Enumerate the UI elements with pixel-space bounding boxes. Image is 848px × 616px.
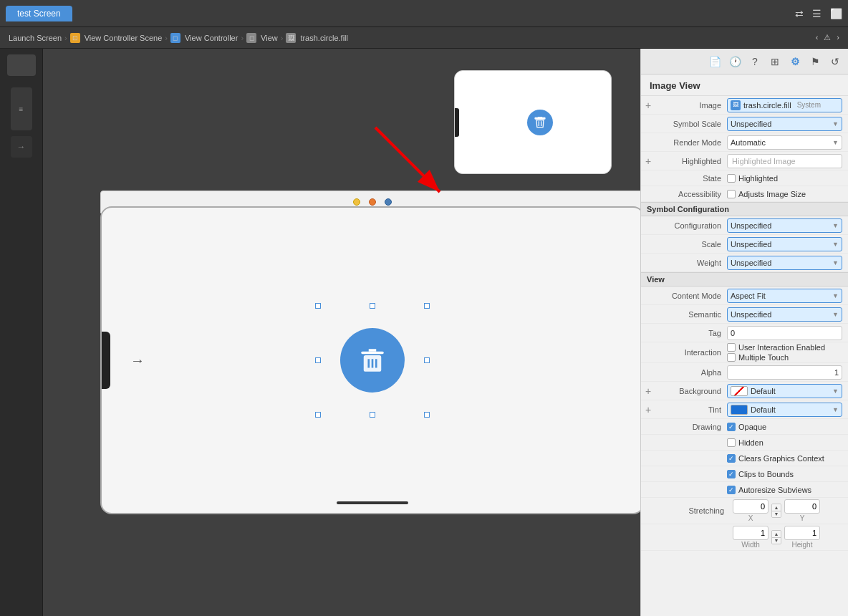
scale-dropdown[interactable]: Unspecified ▼ [727, 237, 842, 251]
phone-preview-small [454, 70, 612, 174]
background-dropdown[interactable]: Default ▼ [727, 384, 842, 398]
configuration-label: Configuration [655, 221, 727, 230]
tag-field[interactable] [727, 326, 842, 340]
hidden-checkbox[interactable] [727, 438, 736, 447]
stepper-down[interactable]: ▼ [772, 511, 781, 518]
selection-area[interactable] [301, 289, 444, 432]
opaque-label: Opaque [738, 423, 766, 431]
clock-icon[interactable]: 🕐 [728, 54, 742, 69]
state-row: State Highlighted [641, 170, 848, 186]
alpha-field[interactable] [727, 365, 842, 380]
stretch-h-field[interactable] [784, 526, 820, 540]
highlighted-label: Highlighted [655, 157, 727, 165]
clips-bounds-label: Clips to Bounds [738, 470, 794, 478]
clears-graphics-checkbox[interactable]: ✓ [727, 454, 736, 463]
refresh-icon[interactable]: ⇄ [795, 8, 804, 19]
symbol-scale-dropdown[interactable]: Unspecified ▼ [727, 117, 842, 131]
image-field[interactable]: 🖼 trash.circle.fill System [727, 98, 842, 112]
sidebar-item-1[interactable] [7, 54, 36, 76]
handle-tm[interactable] [370, 303, 375, 309]
accessibility-checkbox-item: Adjusts Image Size [727, 190, 806, 198]
bc-icon-image: 🖼 [286, 33, 296, 43]
handle-bl[interactable] [315, 412, 321, 418]
weight-dropdown[interactable]: Unspecified ▼ [727, 256, 842, 270]
canvas-area[interactable]: → [43, 49, 640, 616]
autoresize-row: ✓ Autoresize Subviews [641, 482, 848, 498]
grid2-icon[interactable]: ⊞ [768, 54, 782, 69]
semantic-dropdown[interactable]: Unspecified ▼ [727, 307, 842, 322]
bc-image[interactable]: trash.circle.fill [300, 34, 348, 42]
plus-icon-highlighted[interactable]: + [641, 155, 655, 167]
state-checkbox[interactable] [727, 174, 736, 183]
sliders-icon[interactable]: ⚙ [788, 54, 802, 69]
opaque-item: ✓ Opaque [727, 423, 766, 431]
autoresize-label: Autoresize Subviews [738, 486, 811, 494]
stepper-w-up[interactable]: ▲ [772, 531, 781, 538]
accessibility-checkbox[interactable] [727, 190, 736, 198]
accessibility-row: Accessibility Adjusts Image Size [641, 186, 848, 202]
symbol-scale-value: Unspecified [731, 120, 771, 128]
top-bar-icons: ⇄ ☰ ⬜ [795, 8, 842, 19]
nav-forward[interactable]: › [837, 33, 839, 42]
bc-controller[interactable]: View Controller [185, 34, 238, 42]
plus-icon-tint[interactable]: + [641, 404, 655, 415]
file-icon[interactable]: 📄 [708, 54, 722, 69]
clips-bounds-row: ✓ Clips to Bounds [641, 466, 848, 482]
multiple-touch-item: Multiple Touch [727, 353, 825, 362]
multiple-touch-checkbox[interactable] [727, 353, 736, 362]
stepper-up[interactable]: ▲ [772, 504, 781, 511]
plus-icon-bg[interactable]: + [641, 385, 655, 397]
handle-br[interactable] [424, 412, 430, 418]
nav-back[interactable]: ‹ [816, 33, 819, 42]
stretch-x-field[interactable] [733, 499, 768, 514]
stretch-w-label: Width [741, 541, 760, 549]
autoresize-checkbox[interactable]: ✓ [727, 486, 736, 494]
bc-scene[interactable]: View Controller Scene [85, 34, 163, 42]
render-mode-value: Automatic [731, 138, 766, 147]
clips-bounds-checkbox[interactable]: ✓ [727, 470, 736, 478]
stretch-y-field[interactable] [784, 499, 820, 514]
expand-icon[interactable]: ⬜ [830, 8, 842, 19]
phone-home-bar [337, 501, 408, 504]
handle-tr[interactable] [424, 303, 430, 309]
opaque-checkbox[interactable]: ✓ [727, 423, 736, 431]
sidebar-arrows[interactable]: → [11, 136, 32, 158]
handle-tl[interactable] [315, 303, 321, 309]
bc-icon-view: ◻ [246, 33, 256, 43]
plus-icon-image[interactable]: + [641, 100, 655, 111]
highlighted-image-field[interactable]: Highlighted Image [727, 154, 842, 168]
tab-test-screen[interactable]: test Screen [6, 6, 72, 21]
alpha-label: Alpha [655, 368, 727, 377]
configuration-dropdown[interactable]: Unspecified ▼ [727, 218, 842, 233]
semantic-value: Unspecified [731, 310, 771, 319]
stepper-w-down[interactable]: ▼ [772, 538, 781, 544]
sidebar-panel[interactable]: ≡ [11, 87, 32, 130]
stretch-w-field[interactable] [733, 526, 768, 540]
help-icon[interactable]: ? [748, 54, 762, 69]
handle-mr[interactable] [424, 357, 430, 363]
tint-row: + Tint Default ▼ [641, 400, 848, 419]
tint-value: Default [751, 405, 776, 414]
image-label: Image [655, 101, 727, 110]
drawing-hidden-row: Hidden [641, 435, 848, 451]
handle-ml[interactable] [315, 357, 321, 363]
bc-icon-scene: ⊡ [70, 33, 80, 43]
configuration-value: Unspecified [731, 221, 771, 230]
interaction-label: Interaction [655, 348, 727, 357]
phone-frame-main: → [100, 206, 640, 514]
handle-bm[interactable] [370, 412, 375, 418]
user-interaction-checkbox[interactable] [727, 343, 736, 352]
bc-launch-screen[interactable]: Launch Screen [9, 34, 62, 42]
render-mode-dropdown[interactable]: Automatic ▼ [727, 135, 842, 150]
bc-view[interactable]: View [261, 34, 278, 42]
flag-icon[interactable]: ⚑ [808, 54, 822, 69]
bg-color-swatch [731, 386, 748, 396]
grid-icon[interactable]: ☰ [812, 8, 822, 19]
content-mode-dropdown[interactable]: Aspect Fit ▼ [727, 289, 842, 303]
tint-dropdown[interactable]: Default ▼ [727, 403, 842, 417]
stretch-x-stepper[interactable]: ▲ ▼ [771, 504, 781, 518]
stretch-w-stepper[interactable]: ▲ ▼ [771, 530, 781, 544]
arrows-icon[interactable]: ↺ [828, 54, 842, 69]
drawing-opaque-row: Drawing ✓ Opaque [641, 419, 848, 435]
tag-row: Tag [641, 324, 848, 342]
